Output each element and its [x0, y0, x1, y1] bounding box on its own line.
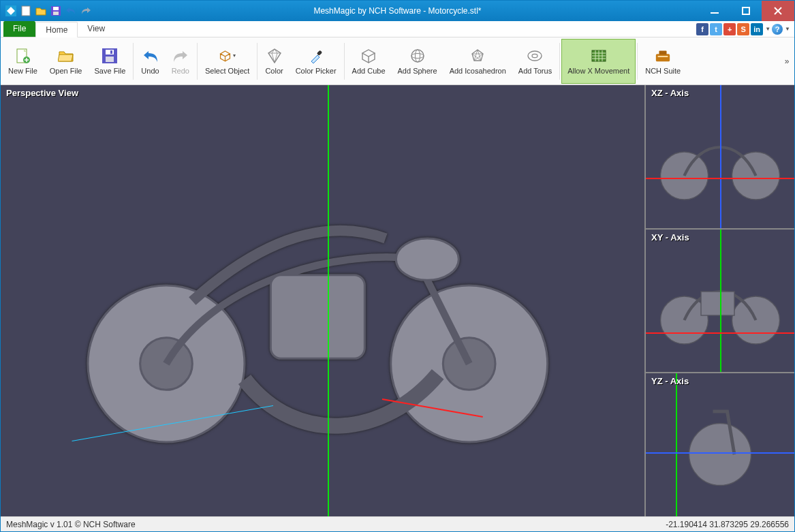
ribbon-separator: [344, 43, 345, 80]
xz-axis-horizontal: [646, 178, 794, 179]
tab-view[interactable]: View: [78, 21, 114, 37]
open-file-label: Open File: [50, 67, 82, 75]
yz-axis-horizontal: [646, 452, 794, 454]
axis-y-line: [328, 85, 329, 516]
disk-icon: [102, 48, 118, 64]
allow-x-label: Allow X Movement: [567, 67, 629, 75]
ribbon-separator: [637, 43, 638, 80]
social-facebook-button[interactable]: f: [696, 23, 708, 35]
qat-redo-button[interactable]: [78, 3, 93, 18]
xy-axis-horizontal: [646, 332, 794, 334]
add-icosa-label: Add Icosahedron: [450, 67, 506, 75]
redo-button: Redo: [166, 39, 196, 84]
social-twitter-button[interactable]: t: [710, 23, 722, 35]
new-file-button[interactable]: New File: [2, 39, 44, 84]
add-torus-label: Add Torus: [518, 67, 552, 75]
qat-open-button[interactable]: [33, 3, 48, 18]
xy-view-label: XY - Axis: [651, 232, 689, 242]
select-object-label: Select Object: [205, 67, 249, 75]
svg-rect-1: [22, 6, 30, 16]
svg-rect-10: [106, 50, 114, 54]
tab-file[interactable]: File: [3, 21, 35, 37]
undo-button[interactable]: Undo: [135, 39, 165, 84]
social-dropdown-icon[interactable]: ▼: [765, 26, 770, 32]
color-label: Color: [265, 67, 283, 75]
xy-viewport[interactable]: XY - Axis: [646, 230, 794, 374]
xy-axis-vertical: [720, 230, 721, 373]
color-picker-label: Color Picker: [296, 67, 337, 75]
open-file-button[interactable]: Open File: [44, 39, 89, 84]
redo-label: Redo: [172, 67, 189, 75]
svg-point-18: [532, 54, 537, 57]
svg-rect-4: [53, 12, 59, 15]
save-file-button[interactable]: Save File: [89, 39, 132, 84]
social-google-plus-button[interactable]: +: [723, 23, 736, 35]
color-picker-button[interactable]: Color Picker: [290, 39, 343, 84]
social-stumble-button[interactable]: S: [737, 23, 749, 35]
help-dropdown-icon[interactable]: ▼: [785, 26, 790, 32]
svg-point-16: [415, 50, 420, 62]
page-icon: [14, 48, 31, 64]
perspective-view-label: Perspective View: [6, 88, 78, 98]
minimize-button[interactable]: [699, 1, 730, 21]
suite-icon: [655, 48, 671, 64]
close-button[interactable]: [762, 1, 794, 21]
svg-point-14: [411, 50, 424, 62]
svg-point-34: [689, 424, 751, 486]
save-file-label: Save File: [95, 67, 126, 75]
status-version: MeshMagic v 1.01 © NCH Software: [6, 520, 136, 529]
svg-rect-11: [106, 57, 114, 62]
ribbon-overflow-button[interactable]: »: [781, 39, 793, 84]
cube-sel-icon: ▾: [219, 48, 236, 64]
color-button[interactable]: Color: [259, 39, 289, 84]
ribbon-separator: [197, 43, 198, 80]
add-cube-button[interactable]: Add Cube: [346, 39, 392, 84]
svg-point-15: [411, 53, 424, 58]
xz-view-label: XZ - Axis: [651, 88, 689, 98]
status-bar: MeshMagic v 1.01 © NCH Software -21.1904…: [1, 516, 794, 531]
maximize-button[interactable]: [730, 1, 762, 21]
svg-point-24: [140, 337, 192, 390]
perspective-viewport[interactable]: Perspective View: [1, 85, 646, 516]
svg-rect-22: [658, 56, 668, 57]
nch-suite-button[interactable]: NCH Suite: [639, 39, 687, 84]
icosa-icon: [469, 48, 486, 64]
undo-icon: [142, 48, 159, 64]
ribbon-toolbar: New FileOpen FileSave FileUndoRedo▾Selec…: [1, 37, 794, 85]
side-viewports: XZ - Axis XY - Axis YZ - Axis: [646, 85, 794, 516]
svg-rect-20: [656, 54, 670, 61]
ribbon-tabs: File Home View ft+Sin▼ ? ▼: [1, 21, 794, 37]
dropper-icon: [308, 48, 324, 64]
redo-icon: [172, 48, 189, 64]
add-icosa-button[interactable]: Add Icosahedron: [443, 39, 512, 84]
xz-viewport[interactable]: XZ - Axis: [646, 85, 794, 230]
svg-rect-12: [110, 50, 112, 54]
add-torus-button[interactable]: Add Torus: [512, 39, 558, 84]
yz-viewport[interactable]: YZ - Axis: [646, 373, 794, 516]
qat-undo-button[interactable]: [63, 3, 78, 18]
svg-rect-27: [270, 275, 364, 358]
yz-view-label: YZ - Axis: [651, 376, 689, 386]
select-object-button[interactable]: ▾Select Object: [199, 39, 255, 84]
grid-icon: [591, 48, 607, 64]
add-sphere-button[interactable]: Add Sphere: [392, 39, 443, 84]
ribbon-separator: [257, 43, 258, 80]
yz-model-placeholder: [646, 373, 794, 516]
nch-suite-label: NCH Suite: [645, 67, 681, 75]
tab-home[interactable]: Home: [35, 22, 78, 37]
svg-rect-5: [711, 12, 719, 14]
app-logo-icon: [3, 3, 18, 18]
sphere-icon: [409, 48, 426, 64]
svg-point-17: [528, 51, 542, 61]
ribbon-separator: [133, 43, 134, 80]
help-icon[interactable]: ?: [772, 24, 783, 35]
model-render-placeholder: [1, 85, 644, 516]
xz-axis-vertical: [720, 85, 721, 228]
allow-x-button[interactable]: Allow X Movement: [561, 39, 636, 84]
folder-icon: [58, 48, 74, 64]
social-linkedin-button[interactable]: in: [751, 23, 763, 35]
quick-access-toolbar: [1, 3, 93, 18]
qat-new-button[interactable]: [18, 3, 33, 18]
qat-save-button[interactable]: [48, 3, 63, 18]
cube-icon: [360, 48, 377, 64]
